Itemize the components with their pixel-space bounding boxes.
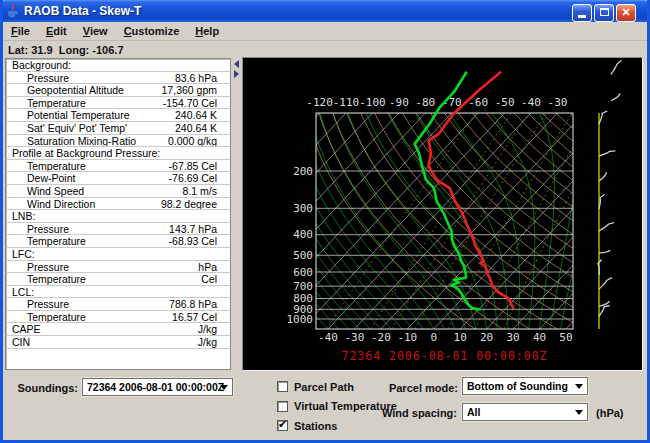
wind-barb-icon — [610, 94, 621, 101]
bottom-axis-tick-label: 10 — [454, 331, 467, 344]
row-label: Temperature — [27, 311, 86, 323]
unchecked-checkbox-icon[interactable] — [277, 381, 288, 392]
wind-spacing-value: All — [467, 406, 480, 418]
pressure-tick-label: 700 — [293, 280, 313, 293]
top-axis-tick-label: -110 — [333, 96, 360, 109]
table-row: Pressure786.8 hPa — [6, 298, 230, 311]
row-label: LFC: — [12, 248, 35, 260]
menu-edit[interactable]: Edit — [38, 23, 75, 39]
splitpane-divider[interactable] — [231, 58, 241, 370]
row-label: Wind Speed — [27, 185, 84, 197]
bottom-axis-tick-label: -10 — [397, 331, 417, 344]
title-bar[interactable]: RAOB Data - Skew-T ✕ — [0, 0, 650, 22]
skewt-chart-panel: -120-110-100-90-80-70-60-50-40-30-40-30-… — [242, 57, 643, 371]
top-axis-tick-label: -90 — [389, 96, 409, 109]
wind-barb-icon — [595, 259, 606, 274]
table-row: Wind Direction98.2 degree — [6, 198, 230, 211]
top-axis-tick-label: -80 — [415, 96, 435, 109]
table-row: Potential Temperature240.64 K — [6, 109, 230, 122]
row-value: 143.7 hPa — [169, 223, 217, 235]
parcel-mode-label: Parcel mode: — [368, 382, 458, 394]
app-window: RAOB Data - Skew-T ✕ FileEditViewCustomi… — [0, 0, 650, 443]
bottom-axis-tick-label: -30 — [345, 331, 365, 344]
wind-barb-icon — [598, 278, 613, 289]
pressure-tick-label: 200 — [293, 165, 313, 178]
table-row: Temperature-154.70 Cel — [6, 97, 230, 110]
parcel-mode-dropdown[interactable]: Bottom of Sounding — [462, 377, 588, 395]
row-label: Profile at Background Pressure: — [12, 147, 160, 159]
menu-view[interactable]: View — [75, 23, 116, 39]
bottom-axis-tick-label: 30 — [506, 331, 519, 344]
window-title: RAOB Data - Skew-T — [24, 4, 141, 18]
collapse-right-icon[interactable] — [234, 70, 239, 78]
row-label: Saturation Mixing-Ratio — [27, 135, 136, 147]
row-value: -67.85 Cel — [169, 160, 217, 172]
row-value: -68.93 Cel — [169, 235, 217, 247]
chart-title: 72364 2006-08-01 00:00:00Z — [341, 349, 547, 363]
top-axis-tick-label: -30 — [548, 96, 568, 109]
checkbox-stations[interactable]: Stations — [277, 419, 337, 432]
row-value: 0.000 g/kg — [168, 135, 217, 147]
row-label: Geopotential Altitude — [27, 84, 124, 96]
table-row: Temperature-67.85 Cel — [6, 160, 230, 173]
collapse-left-icon[interactable] — [234, 60, 239, 68]
table-row: LFC: — [6, 248, 230, 261]
row-label: Pressure — [27, 72, 69, 84]
table-row: Pressure143.7 hPa — [6, 223, 230, 236]
row-label: Potential Temperature — [27, 109, 130, 121]
table-row: Sat' Equiv' Pot' Temp'240.64 K — [6, 122, 230, 135]
row-label: Pressure — [27, 261, 69, 273]
checkbox-parcel-path[interactable]: Parcel Path — [277, 380, 354, 393]
lat-long-status: Lat: 31.9 Long: -106.7 — [8, 44, 124, 56]
wind-spacing-label: Wind spacing: — [360, 407, 457, 419]
table-row: Temperature16.57 Cel — [6, 311, 230, 324]
wind-spacing-unit: (hPa) — [596, 407, 624, 419]
pressure-tick-label: 300 — [293, 202, 313, 215]
row-label: Dew-Point — [27, 172, 75, 184]
wind-barb-icon — [599, 147, 615, 161]
row-value: J/kg — [198, 323, 217, 335]
row-value: 8.1 m/s — [183, 185, 217, 197]
checked-checkbox-icon[interactable] — [277, 420, 288, 431]
wind-spacing-dropdown[interactable]: All — [462, 403, 588, 421]
table-row: Saturation Mixing-Ratio0.000 g/kg — [6, 135, 230, 148]
soundings-label: Soundings: — [10, 382, 78, 394]
row-label: LCL: — [12, 286, 34, 298]
maximize-icon — [600, 8, 609, 16]
table-row: Temperature-68.93 Cel — [6, 235, 230, 248]
row-label: Pressure — [27, 223, 69, 235]
pressure-tick-label: 400 — [293, 228, 313, 241]
row-label: Pressure — [27, 298, 69, 310]
java-coffee-icon — [5, 3, 20, 19]
row-label: Temperature — [27, 160, 86, 172]
chevron-down-icon — [575, 410, 583, 415]
table-row: Pressure83.6 hPa — [6, 72, 230, 85]
pressure-tick-label: 500 — [293, 249, 313, 262]
row-label: Background: — [12, 59, 71, 71]
unchecked-checkbox-icon[interactable] — [277, 401, 288, 412]
menu-file[interactable]: File — [3, 23, 38, 39]
menu-help[interactable]: Help — [187, 23, 227, 39]
top-axis-tick-label: -100 — [359, 96, 386, 109]
row-value: Cel — [201, 273, 217, 285]
wind-barb-icon — [608, 61, 624, 75]
row-label: Temperature — [27, 273, 86, 285]
soundings-dropdown-value: 72364 2006-08-01 00:00:00Z — [87, 381, 224, 393]
table-row: Profile at Background Pressure: — [6, 147, 230, 160]
checkbox-label: Stations — [294, 420, 337, 432]
menu-bar: FileEditViewCustomizeHelp — [3, 22, 647, 41]
checkbox-label: Parcel Path — [294, 381, 354, 393]
bottom-axis-tick-label: -40 — [318, 331, 338, 344]
top-axis-tick-label: -120 — [306, 96, 333, 109]
row-value: 17,360 gpm — [162, 84, 217, 96]
menu-customize[interactable]: Customize — [116, 23, 188, 39]
sounding-data-table: Background:Pressure83.6 hPaGeopotential … — [5, 58, 231, 370]
minimize-button[interactable] — [572, 4, 592, 22]
bottom-axis-tick-label: 50 — [559, 331, 572, 344]
close-button[interactable]: ✕ — [616, 4, 636, 22]
row-value: 83.6 hPa — [175, 72, 217, 84]
maximize-button[interactable] — [594, 4, 614, 22]
soundings-dropdown[interactable]: 72364 2006-08-01 00:00:00Z — [82, 378, 233, 396]
row-value: 98.2 degree — [161, 198, 217, 210]
row-value: -154.70 Cel — [163, 97, 217, 109]
